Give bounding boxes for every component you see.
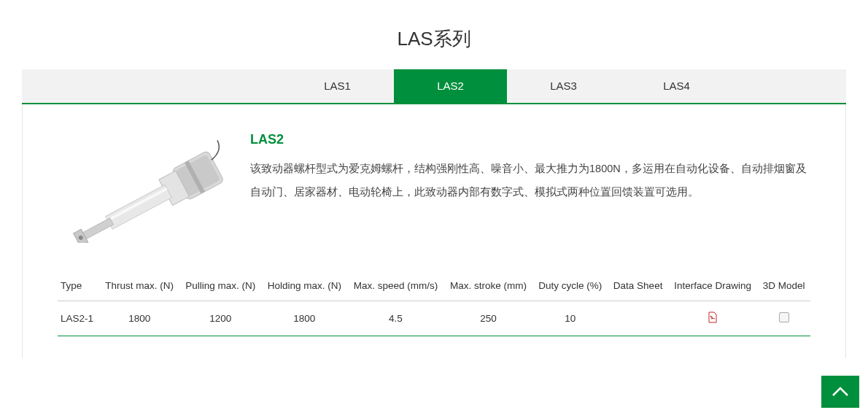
content-panel: LAS2 该致动器螺杆型式为爱克姆螺杆，结构强刚性高、噪音小、最大推力为1800… (22, 104, 846, 358)
spec-table: Type Thrust max. (N) Pulling max. (N) Ho… (58, 272, 810, 336)
cell-pulling: 1200 (179, 301, 261, 336)
cell-3dmodel (757, 301, 810, 336)
product-image (58, 126, 233, 243)
col-speed: Max. speed (mm/s) (347, 272, 444, 301)
cell-duty: 10 (532, 301, 608, 336)
tab-spacer (22, 69, 281, 103)
chevron-up-icon (831, 386, 850, 398)
cell-type: LAS2-1 (58, 301, 99, 336)
pdf-icon[interactable] (708, 311, 718, 323)
cell-datasheet (608, 301, 668, 336)
col-type: Type (58, 272, 99, 301)
col-stroke: Max. stroke (mm) (444, 272, 533, 301)
tab-las1[interactable]: LAS1 (281, 69, 394, 103)
scroll-top-button[interactable] (821, 376, 859, 408)
cell-holding: 1800 (261, 301, 347, 336)
col-duty: Duty cycle (%) (532, 272, 608, 301)
table-row: LAS2-1 1800 1200 1800 4.5 250 10 (58, 301, 810, 336)
tab-las4[interactable]: LAS4 (620, 69, 733, 103)
col-interface: Interface Drawing (668, 272, 757, 301)
cell-stroke: 250 (444, 301, 533, 336)
col-pulling: Pulling max. (N) (179, 272, 261, 301)
product-name: LAS2 (250, 132, 810, 147)
cell-thrust: 1800 (99, 301, 179, 336)
col-holding: Holding max. (N) (261, 272, 347, 301)
col-3dmodel: 3D Model (757, 272, 810, 301)
table-header-row: Type Thrust max. (N) Pulling max. (N) Ho… (58, 272, 810, 301)
svg-rect-6 (82, 218, 114, 239)
cell-speed: 4.5 (347, 301, 444, 336)
product-text: 该致动器螺杆型式为爱克姆螺杆，结构强刚性高、噪音小、最大推力为1800N，多运用… (250, 158, 810, 204)
col-datasheet: Data Sheet (608, 272, 668, 301)
doc-icon[interactable] (779, 312, 789, 322)
product-box: LAS2 该致动器螺杆型式为爱克姆螺杆，结构强刚性高、噪音小、最大推力为1800… (58, 126, 810, 243)
tab-bar: LAS1 LAS2 LAS3 LAS4 (22, 69, 846, 104)
col-thrust: Thrust max. (N) (99, 272, 179, 301)
tab-spacer-right (733, 69, 846, 103)
product-description: LAS2 该致动器螺杆型式为爱克姆螺杆，结构强刚性高、噪音小、最大推力为1800… (250, 126, 810, 204)
tab-las3[interactable]: LAS3 (507, 69, 620, 103)
cell-interface (668, 301, 757, 336)
page-title: LAS系列 (0, 0, 868, 69)
tab-las2[interactable]: LAS2 (394, 69, 507, 103)
